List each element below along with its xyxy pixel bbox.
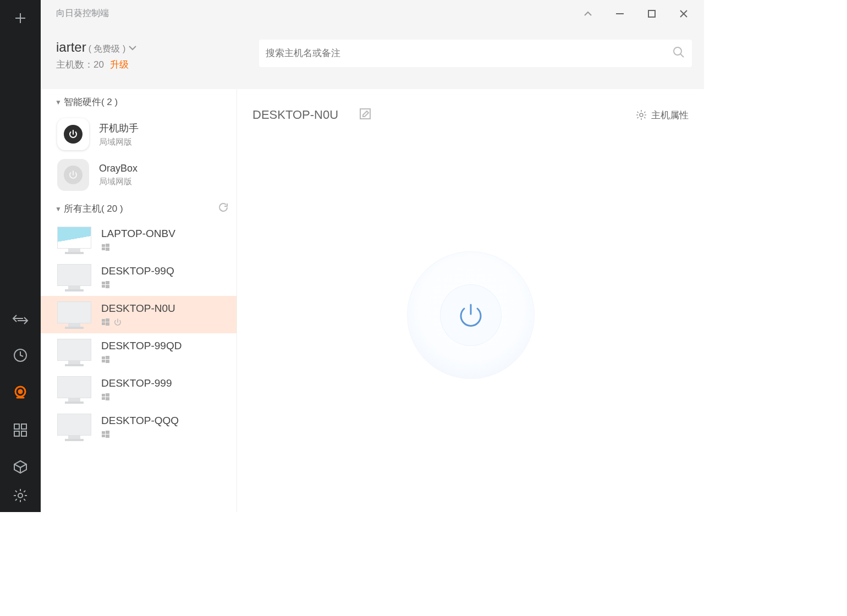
svg-rect-40 <box>106 393 109 397</box>
svg-rect-29 <box>106 285 109 288</box>
account-dropdown[interactable] <box>128 44 138 54</box>
host-item[interactable]: DESKTOP-999 <box>41 371 237 408</box>
host-name: LAPTOP-ONBV <box>101 228 175 240</box>
host-properties-label: 主机属性 <box>651 109 689 122</box>
host-os <box>101 355 182 364</box>
svg-rect-7 <box>14 424 19 429</box>
gear-icon <box>636 109 647 120</box>
host-item[interactable]: LAPTOP-ONBV <box>41 221 237 258</box>
svg-rect-43 <box>102 431 105 434</box>
host-count: 20 <box>94 59 104 70</box>
close-button[interactable] <box>668 2 700 26</box>
host-properties[interactable]: 主机属性 <box>636 109 689 122</box>
svg-rect-37 <box>102 360 105 362</box>
minimize-icon <box>615 9 625 19</box>
svg-line-19 <box>680 54 684 57</box>
host-count-label: 主机数： <box>56 59 94 70</box>
host-item[interactable]: DESKTOP-99QD <box>41 333 237 371</box>
host-os <box>101 318 175 327</box>
hardware-title: OrayBox <box>99 163 138 174</box>
section-label: 所有主机( 20 ) <box>64 202 123 215</box>
selected-host-name: DESKTOP-N0U <box>252 108 338 122</box>
svg-rect-23 <box>106 244 109 247</box>
power-icon <box>68 170 78 180</box>
hardware-subtitle: 局域网版 <box>99 177 138 187</box>
host-name: DESKTOP-99QD <box>101 340 182 352</box>
search-box <box>259 40 692 67</box>
windows-icon <box>101 430 110 439</box>
svg-point-48 <box>640 113 643 117</box>
windows-icon <box>101 318 110 327</box>
svg-rect-47 <box>360 109 370 119</box>
host-thumb <box>57 300 91 329</box>
power-icon <box>113 318 122 327</box>
grid-icon[interactable] <box>13 423 28 437</box>
svg-rect-27 <box>106 281 109 284</box>
host-name: DESKTOP-999 <box>101 377 172 389</box>
add-button[interactable] <box>0 0 41 36</box>
upgrade-link[interactable]: 升级 <box>110 59 129 70</box>
windows-icon <box>101 280 110 289</box>
windows-icon <box>101 393 110 402</box>
svg-rect-35 <box>102 356 105 359</box>
chevron-down-icon <box>128 44 138 52</box>
host-list-panel: ▼ 智能硬件( 2 ) 开机助手 局域网版 OrayBox 局域网版 ▼ 所有主… <box>41 89 237 512</box>
host-item[interactable]: DESKTOP-99Q <box>41 258 237 296</box>
windows-icon <box>101 243 110 252</box>
svg-rect-28 <box>102 285 105 288</box>
section-label: 智能硬件( 2 ) <box>64 96 118 108</box>
svg-rect-8 <box>21 424 26 429</box>
svg-rect-31 <box>106 318 109 322</box>
hardware-item[interactable]: 开机助手 局域网版 <box>41 114 237 155</box>
host-thumb <box>57 413 91 441</box>
account-name: iarter <box>56 40 86 55</box>
plus-icon <box>14 12 27 25</box>
svg-rect-44 <box>106 431 109 434</box>
caret-down-icon: ▼ <box>55 205 62 213</box>
settings-icon[interactable] <box>13 488 28 503</box>
chevron-up-icon <box>582 8 593 19</box>
search-input[interactable] <box>266 48 672 59</box>
svg-rect-33 <box>106 322 109 326</box>
refresh-button[interactable] <box>218 202 229 216</box>
section-all-hosts[interactable]: ▼ 所有主机( 20 ) <box>41 195 237 221</box>
details-panel: DESKTOP-N0U 主机属性 <box>237 89 704 512</box>
host-os <box>101 393 172 402</box>
svg-rect-25 <box>106 248 109 251</box>
caret-down-icon: ▼ <box>55 98 62 106</box>
svg-point-18 <box>674 47 681 55</box>
svg-rect-9 <box>14 431 19 436</box>
maximize-button[interactable] <box>636 2 668 26</box>
power-button[interactable] <box>407 251 535 379</box>
windows-icon <box>101 355 110 364</box>
svg-rect-46 <box>106 435 109 438</box>
cube-icon[interactable] <box>13 459 28 475</box>
minimize-button[interactable] <box>604 2 636 26</box>
collapse-button[interactable] <box>572 2 604 26</box>
host-item[interactable]: DESKTOP-N0U <box>41 296 237 333</box>
power-icon <box>68 129 78 139</box>
host-item[interactable]: DESKTOP-QQQ <box>41 408 237 446</box>
transfer-icon[interactable] <box>12 313 29 326</box>
svg-rect-45 <box>102 435 105 437</box>
hardware-title: 开机助手 <box>99 122 139 135</box>
hardware-item[interactable]: OrayBox 局域网版 <box>41 155 237 195</box>
account-info: iarter ( 免费级 ) 主机数：20 升级 <box>41 28 237 89</box>
search-button[interactable] <box>672 46 685 61</box>
edit-hostname[interactable] <box>359 108 371 122</box>
svg-rect-26 <box>102 282 105 284</box>
svg-rect-41 <box>102 397 105 400</box>
svg-point-13 <box>18 493 23 498</box>
account-level: ( 免费级 ) <box>89 43 126 55</box>
sunflower-icon[interactable] <box>12 384 29 401</box>
host-os <box>101 430 179 439</box>
host-name: DESKTOP-99Q <box>101 265 174 277</box>
nav-rail <box>0 0 41 512</box>
edit-icon <box>359 108 371 120</box>
svg-rect-22 <box>102 244 105 247</box>
section-smart-hardware[interactable]: ▼ 智能硬件( 2 ) <box>41 89 237 114</box>
svg-rect-36 <box>106 356 109 359</box>
svg-rect-24 <box>102 248 105 250</box>
clock-icon[interactable] <box>13 348 28 362</box>
window-title: 向日葵控制端 <box>56 8 109 19</box>
